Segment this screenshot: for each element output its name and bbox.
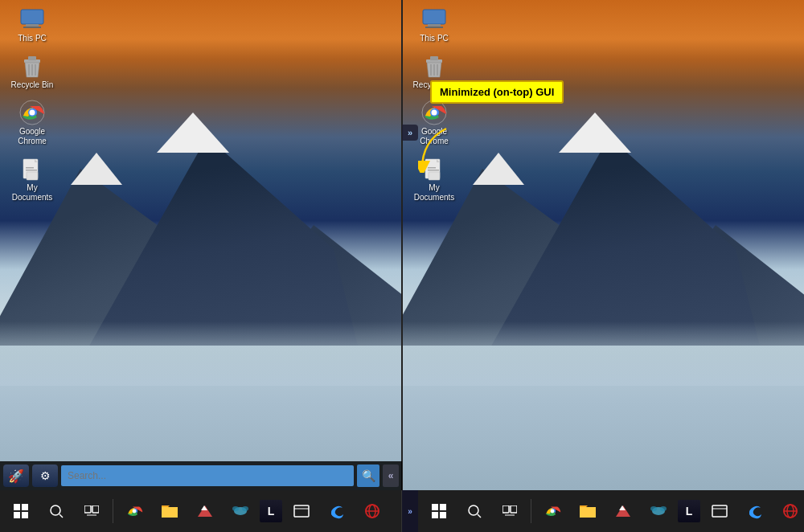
- edge-blue-taskbar-right[interactable]: [739, 495, 771, 527]
- svg-line-58: [478, 514, 481, 518]
- svg-point-11: [30, 110, 35, 116]
- this-pc-label-left: This PC: [18, 34, 47, 43]
- svg-rect-48: [294, 505, 309, 517]
- search-button-taskbar-left[interactable]: [40, 495, 72, 527]
- window-taskbar-left[interactable]: [285, 495, 318, 527]
- svg-rect-13: [27, 172, 38, 180]
- taskbar-sep-1-left: [113, 499, 113, 523]
- icon-my-documents-left[interactable]: My Documents: [6, 156, 58, 203]
- svg-rect-60: [511, 505, 517, 513]
- svg-rect-55: [432, 512, 438, 518]
- svg-rect-1: [26, 24, 39, 27]
- chrome-label-left: Google Chrome: [6, 127, 58, 146]
- svg-line-37: [59, 514, 63, 518]
- this-pc-icon-img: [19, 6, 45, 32]
- letter-L-taskbar-right[interactable]: L: [678, 500, 700, 522]
- chrome-taskbar-left[interactable]: [118, 495, 150, 527]
- svg-rect-53: [432, 504, 438, 510]
- gui-expand-handle[interactable]: »: [402, 125, 418, 141]
- svg-point-47: [242, 506, 248, 511]
- svg-point-42: [133, 509, 137, 514]
- chrome-taskbar-right[interactable]: [536, 495, 568, 527]
- my-documents-label-left: My Documents: [6, 183, 58, 203]
- minimized-gui-handle[interactable]: »: [402, 125, 418, 141]
- mini-gui-strip-taskbar[interactable]: »: [402, 490, 418, 532]
- right-valley-mist: [402, 321, 804, 386]
- svg-rect-29: [429, 172, 440, 180]
- svg-rect-15: [26, 170, 37, 171]
- icon-this-pc-left[interactable]: This PC: [6, 6, 58, 43]
- left-valley-mist: [0, 321, 402, 386]
- icon-this-pc-right[interactable]: This PC: [408, 6, 460, 43]
- window-taskbar-right[interactable]: [704, 495, 736, 527]
- chevron-right-icon-gui: »: [408, 128, 412, 137]
- settings-button[interactable]: ⚙: [32, 464, 58, 487]
- this-pc-icon-img-right: [421, 6, 447, 32]
- edge-red-taskbar-left[interactable]: [356, 495, 388, 527]
- svg-rect-0: [21, 10, 43, 24]
- svg-rect-20: [430, 56, 438, 60]
- icon-chrome-left[interactable]: Google Chrome: [6, 100, 58, 146]
- svg-rect-4: [28, 56, 36, 60]
- taskbar-right-icons: L: [418, 490, 804, 532]
- taskbar: L: [0, 490, 804, 532]
- peak-taskbar-right[interactable]: [607, 495, 639, 527]
- chrome-icon-img-left: [19, 100, 45, 125]
- svg-rect-17: [428, 24, 441, 27]
- start-button-right[interactable]: [423, 495, 455, 527]
- search-button-taskbar-right[interactable]: [458, 495, 490, 527]
- search-input[interactable]: [61, 465, 354, 486]
- my-documents-icon-img-left: [19, 156, 45, 182]
- svg-rect-38: [84, 505, 91, 513]
- svg-rect-14: [26, 167, 34, 169]
- edge-blue-taskbar-left[interactable]: [321, 495, 353, 527]
- recycle-bin-label-left: Recycle Bin: [11, 80, 54, 90]
- folder-taskbar-right[interactable]: [572, 495, 604, 527]
- task-view-button-left[interactable]: [76, 495, 108, 527]
- task-view-button-right[interactable]: [494, 495, 526, 527]
- chevron-right-icon: «: [388, 470, 394, 481]
- fish-taskbar-left[interactable]: [224, 495, 256, 527]
- right-desktop-icons: This PC Recycle Bin: [402, 0, 466, 219]
- desktop-area: This PC Recycle Bin: [0, 0, 804, 490]
- svg-point-46: [232, 506, 239, 511]
- launcher-bar-left: 🚀 ⚙ 🔍 «: [0, 461, 402, 490]
- svg-rect-2: [23, 27, 41, 28]
- folder-taskbar-left[interactable]: [154, 495, 186, 527]
- svg-rect-69: [712, 505, 727, 517]
- taskbar-sep-1-right: [531, 499, 531, 523]
- svg-point-63: [551, 509, 555, 514]
- svg-rect-39: [92, 505, 99, 513]
- svg-point-68: [660, 506, 667, 511]
- letter-L-taskbar-left[interactable]: L: [260, 500, 282, 522]
- svg-rect-16: [423, 10, 445, 24]
- mini-gui-chevron: »: [408, 507, 412, 516]
- annotation-bubble: Minimized (on-top) GUI: [430, 80, 564, 104]
- left-desktop-icons: This PC Recycle Bin: [0, 0, 64, 219]
- rocket-icon: 🚀: [8, 469, 24, 484]
- recycle-bin-icon-img-right: [421, 53, 447, 79]
- collapse-button[interactable]: «: [383, 464, 399, 487]
- peak-taskbar-left[interactable]: [189, 495, 221, 527]
- svg-rect-56: [440, 512, 446, 518]
- annotation-label: Minimized (on-top) GUI: [440, 86, 554, 98]
- fish-taskbar-right[interactable]: [642, 495, 675, 527]
- svg-rect-54: [440, 504, 446, 510]
- search-button[interactable]: 🔍: [357, 464, 379, 487]
- rocket-button[interactable]: 🚀: [3, 464, 29, 487]
- svg-rect-40: [87, 514, 96, 516]
- edge-red-taskbar-right[interactable]: [774, 495, 804, 527]
- start-button-left[interactable]: [5, 495, 37, 527]
- svg-point-57: [469, 505, 478, 515]
- search-icon: 🔍: [362, 469, 375, 482]
- my-documents-label-right: My Documents: [408, 183, 460, 203]
- svg-point-27: [432, 110, 437, 116]
- gear-icon: ⚙: [40, 469, 51, 482]
- taskbar-left: L: [0, 490, 402, 532]
- svg-point-36: [51, 505, 60, 515]
- taskbar-left-icons: L: [0, 490, 393, 532]
- svg-rect-59: [503, 505, 509, 513]
- svg-rect-34: [14, 512, 20, 518]
- svg-rect-32: [14, 504, 20, 510]
- icon-recycle-bin-left[interactable]: Recycle Bin: [6, 53, 58, 90]
